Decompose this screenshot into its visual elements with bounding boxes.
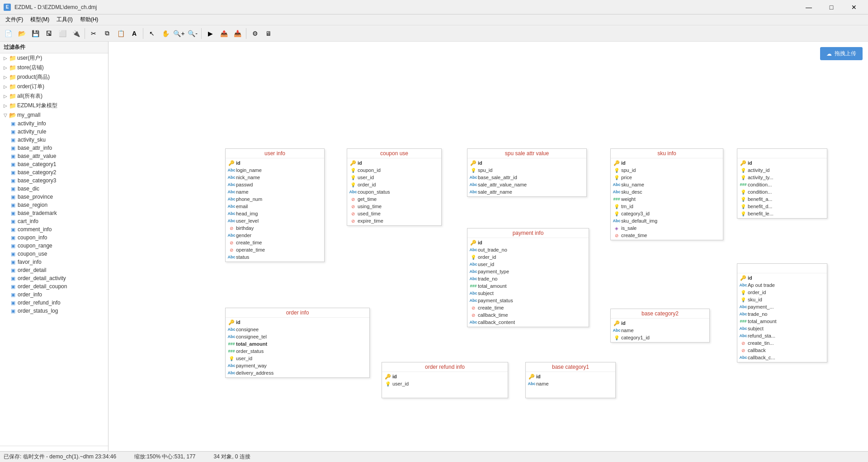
sidebar-content[interactable]: ▷ 📁 user(用户) ▷ 📁 store(店铺) ▷ 📁 product(商… [0, 53, 108, 446]
tb-zoomin[interactable]: 🔍+ [173, 27, 185, 40]
fk-icon: 💡 [740, 296, 746, 303]
tb-new[interactable]: 📄 [2, 27, 14, 40]
sidebar-item-order-status-log[interactable]: ▣ order_status_log [9, 307, 108, 315]
sidebar-item-base-attr-info[interactable]: ▣ base_attr_info [9, 144, 108, 152]
sidebar-item-base-category1[interactable]: ▣ base_category1 [9, 160, 108, 168]
tb-paste[interactable]: 📋 [114, 27, 127, 40]
sidebar-item-coupon-range[interactable]: ▣ coupon_range [9, 242, 108, 250]
status-bar: 已保存: 临时文件 - demo_ch(1).~dhm 23:34:46 缩放:… [0, 451, 868, 462]
sidebar-item-base-attr-value[interactable]: ▣ base_attr_value [9, 152, 108, 160]
sidebar: 过滤条件 ▷ 📁 user(用户) ▷ 📁 store(店铺) ▷ 📁 prod… [0, 42, 108, 451]
tb-select[interactable]: ↖ [146, 27, 158, 40]
tb-import[interactable]: 📥 [231, 27, 244, 40]
str-icon: Abc [228, 210, 235, 217]
menu-model[interactable]: 模型(M) [27, 15, 53, 24]
sidebar-item-cart-info[interactable]: ▣ cart_info [9, 217, 108, 225]
tb-text[interactable]: A [128, 27, 141, 40]
table-order-detail-right[interactable]: 🔑id AbcAp out trade 💡order_id 💡sku_id Ab… [737, 263, 827, 362]
table-base-category1[interactable]: base category1 🔑id Abcname [525, 362, 616, 398]
minimize-button[interactable]: — [798, 1, 819, 14]
sidebar-item-order[interactable]: ▷ 📁 order(订单) [0, 82, 108, 91]
table-payment-info[interactable]: payment info 🔑id Abcout_trade_no 💡order_… [467, 228, 589, 327]
sidebar-item-activity-info[interactable]: ▣ activity_info [9, 119, 108, 128]
close-button[interactable]: ✕ [844, 1, 864, 14]
menu-help[interactable]: 帮助(H) [76, 15, 102, 24]
sidebar-item-base-province[interactable]: ▣ base_province [9, 193, 108, 201]
sidebar-label: order_info [18, 291, 42, 298]
table-body: 🔑id AbcAp out trade 💡order_id 💡sku_id Ab… [737, 273, 827, 362]
sidebar-item-order-detail[interactable]: ▣ order_detail [9, 266, 108, 274]
str-icon: Abc [228, 189, 235, 195]
table-body: 🔑id Abcname [526, 372, 615, 388]
table-spu-sale-attr-value[interactable]: spu sale attr value 🔑id 💡spu_id Abcbase_… [467, 148, 587, 197]
tb-cut[interactable]: ✂ [87, 27, 100, 40]
tb-plugin[interactable]: 🔌 [70, 27, 82, 40]
tb-open[interactable]: 📂 [15, 27, 28, 40]
sidebar-item-base-region[interactable]: ▣ base_region [9, 201, 108, 209]
field-subject: Abcsubject [467, 290, 589, 297]
field-callback-content: Abccallback_content [467, 319, 589, 326]
maximize-button[interactable]: □ [821, 1, 842, 14]
sidebar-label: EZDML对象模型 [17, 102, 57, 110]
table-icon: ▣ [11, 178, 15, 184]
tb-settings[interactable]: ⚙ [249, 27, 261, 40]
dt-icon: ⊘ [350, 196, 356, 202]
toolbar-sep1 [85, 28, 85, 39]
table-activity-right[interactable]: 🔑id 💡activity_id 💡activity_ty... ###cond… [737, 148, 827, 219]
field-used-time: ⊘used_time [347, 210, 441, 217]
sidebar-item-order-detail-coupon[interactable]: ▣ order_detail_coupon [9, 282, 108, 291]
tb-saveas[interactable]: 🖫 [42, 27, 55, 40]
tb-unknown1[interactable]: ⬜ [56, 27, 69, 40]
table-coupon-use[interactable]: coupon use 🔑id 💡coupon_id 💡user_id 💡orde… [347, 148, 442, 226]
sidebar-item-coupon-info[interactable]: ▣ coupon_info [9, 233, 108, 242]
sidebar-item-order-info[interactable]: ▣ order_info [9, 291, 108, 299]
table-sku-info[interactable]: sku info 🔑id 💡spu_id 💡price Abcsku_name … [610, 148, 723, 240]
canvas-area[interactable]: ☁ 拖拽上传 user info 🔑id Abclogin_name Abcni… [108, 42, 868, 451]
menu-tools[interactable]: 工具(I) [53, 15, 76, 24]
num-icon: ### [613, 196, 620, 202]
sidebar-item-order-refund-info[interactable]: ▣ order_refund_info [9, 299, 108, 307]
sidebar-item-base-category3[interactable]: ▣ base_category3 [9, 176, 108, 185]
main-container: 过滤条件 ▷ 📁 user(用户) ▷ 📁 store(店铺) ▷ 📁 prod… [0, 42, 868, 451]
tb-hand[interactable]: ✋ [159, 27, 172, 40]
field-sku-id: 💡sku_id [737, 296, 827, 303]
tb-copy[interactable]: ⧉ [101, 27, 113, 40]
sidebar-item-mygmall[interactable]: ▽ 📂 my_gmall [0, 110, 108, 119]
sidebar-item-store[interactable]: ▷ 📁 store(店铺) [0, 63, 108, 72]
sidebar-item-product[interactable]: ▷ 📁 product(商品) [0, 72, 108, 82]
table-user-info[interactable]: user info 🔑id Abclogin_name Abcnick_name… [225, 148, 325, 262]
object-count: 34 对象, 0 连接 [214, 453, 250, 461]
sidebar-scroll-x[interactable] [0, 446, 108, 451]
sidebar-item-all[interactable]: ▷ 📁 all(所有表) [0, 91, 108, 101]
sidebar-item-base-dic[interactable]: ▣ base_dic [9, 185, 108, 193]
expand-icon: ▷ [2, 93, 9, 100]
sidebar-label: all(所有表) [17, 92, 42, 100]
tb-preview[interactable]: 🖥 [262, 27, 275, 40]
sidebar-item-activity-sku[interactable]: ▣ activity_sku [9, 136, 108, 144]
tb-export[interactable]: 📤 [217, 27, 230, 40]
table-base-category2[interactable]: base category2 🔑id Abcname 💡category1_id [610, 309, 710, 343]
sidebar-label: product(商品) [17, 73, 50, 81]
upload-label: 拖拽上传 [835, 50, 856, 57]
canvas-inner[interactable]: ☁ 拖拽上传 user info 🔑id Abclogin_name Abcni… [108, 42, 868, 451]
table-icon: ▣ [11, 243, 15, 249]
table-order-info[interactable]: order info 🔑id Abcconsignee Abcconsignee… [225, 308, 370, 378]
sidebar-item-ezdml[interactable]: ▷ 📁 EZDML对象模型 [0, 101, 108, 110]
sidebar-item-favor-info[interactable]: ▣ favor_info [9, 258, 108, 266]
sidebar-item-base-trademark[interactable]: ▣ base_trademark [9, 209, 108, 217]
tb-zoomout[interactable]: 🔍- [186, 27, 199, 40]
sidebar-label: order_refund_info [18, 300, 61, 306]
table-order-refund-info[interactable]: order refund info 🔑id 💡user_id [382, 362, 508, 398]
sidebar-item-base-category2[interactable]: ▣ base_category2 [9, 168, 108, 176]
field-get-time: ⊘get_time [347, 195, 441, 203]
table-icon: ▣ [11, 219, 15, 224]
tb-save[interactable]: 💾 [29, 27, 42, 40]
tb-run[interactable]: ▶ [204, 27, 217, 40]
sidebar-item-user[interactable]: ▷ 📁 user(用户) [0, 53, 108, 63]
upload-button[interactable]: ☁ 拖拽上传 [820, 47, 863, 60]
sidebar-item-activity-rule[interactable]: ▣ activity_rule [9, 128, 108, 136]
sidebar-item-order-detail-activity[interactable]: ▣ order_detail_activity [9, 274, 108, 282]
sidebar-item-comment-info[interactable]: ▣ comment_info [9, 225, 108, 233]
menu-file[interactable]: 文件(F) [2, 15, 27, 24]
sidebar-item-coupon-use[interactable]: ▣ coupon_use [9, 250, 108, 258]
